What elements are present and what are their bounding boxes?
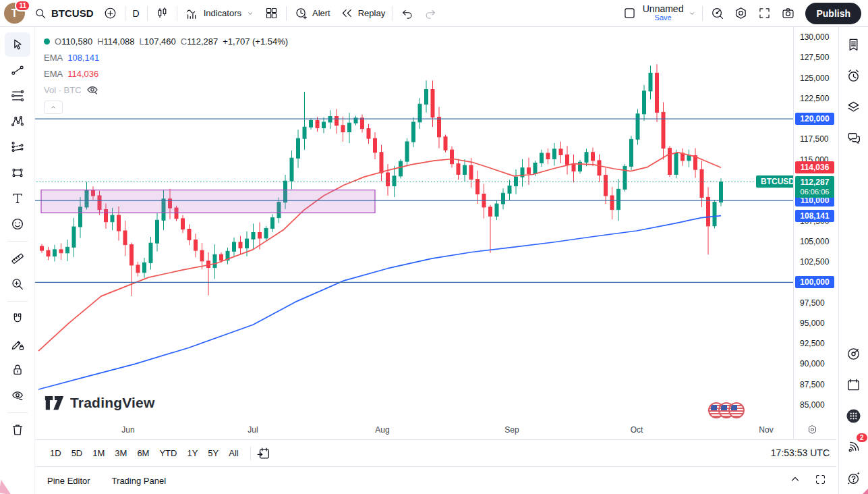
- candle: [540, 153, 544, 163]
- range-button-all[interactable]: All: [225, 445, 242, 461]
- rectangle-tool-button[interactable]: [5, 161, 30, 185]
- range-button-1y[interactable]: 1Y: [183, 445, 202, 461]
- xabcd-pattern-tool-button[interactable]: [5, 109, 30, 134]
- candle: [617, 189, 620, 209]
- indicators-label: Indicators: [204, 8, 241, 18]
- indicator-templates-button[interactable]: [260, 3, 283, 23]
- ruler-tool-button[interactable]: [5, 246, 30, 271]
- price-zone-drawing[interactable]: [41, 190, 375, 213]
- time-axis[interactable]: JunJulAugSepOctNov: [35, 422, 793, 439]
- broadcast-panel-button[interactable]: 2: [842, 435, 866, 459]
- symbol-search-button[interactable]: BTCUSD: [29, 4, 98, 23]
- layout-name-button[interactable]: Unnamed Save: [641, 5, 685, 22]
- candle: [425, 90, 428, 105]
- ema-slow-row[interactable]: EMA 114,036: [44, 65, 288, 82]
- range-button-6m[interactable]: 6M: [133, 445, 153, 461]
- alert-button[interactable]: Alert: [289, 3, 335, 23]
- watchlist-panel-button[interactable]: [842, 32, 866, 57]
- candle: [341, 126, 345, 132]
- corner-decoration: [863, 489, 868, 494]
- replay-button[interactable]: Replay: [335, 3, 390, 23]
- open-value: 110,580: [61, 36, 92, 47]
- status-item-pine-editor[interactable]: Pine Editor: [47, 476, 90, 486]
- ema-fast-row[interactable]: EMA 108,141: [44, 49, 288, 65]
- legend-collapse-button[interactable]: [44, 101, 63, 114]
- clock-utc[interactable]: 17:53:53 UTC: [771, 447, 830, 458]
- target-panel-button[interactable]: [842, 341, 866, 366]
- axis-settings-gear-icon[interactable]: [807, 424, 818, 435]
- right-sidebar: 2: [838, 27, 868, 494]
- candle: [297, 138, 300, 158]
- redo-button[interactable]: [419, 4, 442, 23]
- price-axis[interactable]: 85,00087,50090,00092,50095,00097,500100,…: [793, 27, 836, 439]
- candle: [72, 227, 76, 247]
- range-button-3m[interactable]: 3M: [111, 445, 131, 461]
- lock-tool-button[interactable]: [5, 358, 30, 382]
- range-button-ytd[interactable]: YTD: [155, 445, 181, 461]
- range-button-5d[interactable]: 5D: [67, 445, 87, 461]
- maximize-panel-icon[interactable]: [814, 472, 827, 486]
- chart-pane[interactable]: O110,580 H114,088 L107,460 C112,287 +1,7…: [35, 27, 793, 422]
- zoom-in-tool-button[interactable]: [5, 272, 30, 296]
- range-buttons: 1D5D1M3M6MYTD1Y5YAll: [46, 445, 245, 461]
- volume-row[interactable]: Vol · BTC: [44, 82, 288, 98]
- interval-button[interactable]: D: [128, 5, 144, 22]
- range-button-1d[interactable]: 1D: [46, 445, 65, 461]
- range-button-5y[interactable]: 5Y: [204, 445, 223, 461]
- publish-button[interactable]: Publish: [805, 3, 861, 24]
- user-avatar[interactable]: T 11: [4, 3, 25, 24]
- chevron-up-icon[interactable]: [788, 472, 802, 486]
- layers-panel-button[interactable]: [842, 94, 866, 119]
- text-tool-button[interactable]: [5, 186, 30, 211]
- go-to-date-icon[interactable]: [256, 446, 271, 461]
- range-button-1m[interactable]: 1M: [88, 445, 109, 461]
- trend-line-tool-button[interactable]: [5, 58, 30, 82]
- alert-label: Alert: [312, 8, 330, 18]
- candle: [463, 165, 467, 174]
- candle: [386, 173, 390, 186]
- economic-event-icons[interactable]: ✦: [707, 402, 745, 418]
- compare-add-button[interactable]: [98, 3, 122, 23]
- divider: [250, 447, 251, 460]
- chevron-down-icon[interactable]: [687, 9, 697, 18]
- quick-search-button[interactable]: [705, 3, 729, 23]
- candle: [495, 204, 498, 216]
- price-badge: 100,000: [795, 276, 834, 288]
- ohlc-row[interactable]: O110,580 H114,088 L107,460 C112,287 +1,7…: [44, 33, 288, 49]
- fullscreen-button[interactable]: [753, 3, 776, 23]
- apps-panel-button[interactable]: [842, 404, 866, 428]
- chat-panel-button[interactable]: [842, 126, 866, 150]
- help-panel-button[interactable]: [842, 466, 866, 490]
- candle: [707, 197, 710, 225]
- snapshot-button[interactable]: [776, 3, 800, 23]
- zoom-in-icon: [10, 277, 25, 292]
- alarm-clock-panel-button[interactable]: [842, 63, 866, 88]
- ema-slow-line[interactable]: [38, 216, 721, 389]
- draw-pencil-tool-button[interactable]: [5, 332, 30, 356]
- symbol-name: BTCUSD: [51, 7, 94, 19]
- indicators-button[interactable]: Indicators: [180, 3, 260, 24]
- notification-badge: 2: [857, 433, 867, 442]
- layout-button[interactable]: [618, 3, 641, 23]
- settings-button[interactable]: [729, 3, 753, 23]
- fib-retracement-tool-button[interactable]: [5, 84, 30, 108]
- time-axis-label: Sep: [504, 425, 519, 435]
- trash-tool-button[interactable]: [5, 418, 30, 442]
- chart-style-button[interactable]: [150, 3, 174, 23]
- eye-off-icon[interactable]: [86, 84, 98, 95]
- status-item-trading-panel[interactable]: Trading Panel: [112, 476, 166, 486]
- undo-button[interactable]: [396, 4, 419, 23]
- candle: [367, 129, 370, 139]
- candle: [123, 231, 127, 245]
- lock-icon: [10, 362, 25, 377]
- cursor-tool-button[interactable]: [5, 32, 30, 57]
- candle: [508, 186, 511, 193]
- forecast-tool-button[interactable]: [5, 135, 30, 159]
- magnet-tool-button[interactable]: [5, 306, 30, 331]
- emoji-tool-button[interactable]: [5, 212, 30, 236]
- calendar-panel-button[interactable]: [842, 373, 866, 397]
- eye-hide-tool-button[interactable]: [5, 383, 30, 408]
- low-value: 107,460: [144, 36, 176, 47]
- candle: [636, 114, 639, 140]
- drawing-toolbar: [0, 27, 35, 494]
